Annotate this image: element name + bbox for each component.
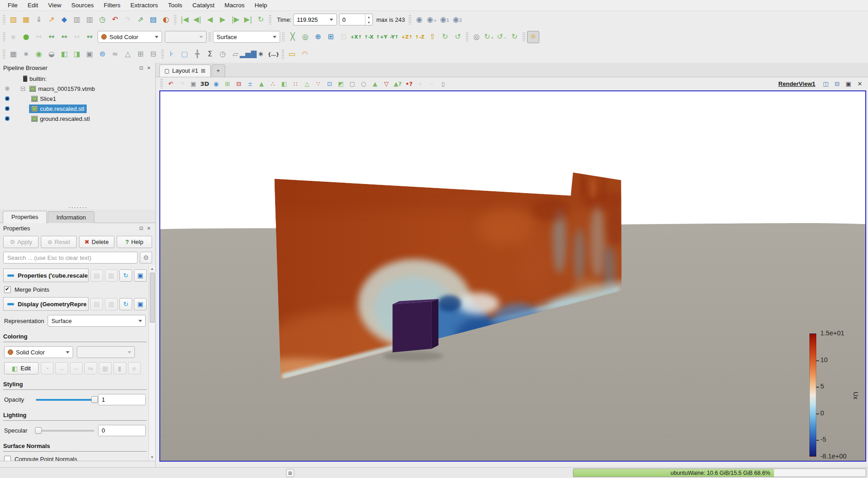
visibility-eye-icon[interactable] [3, 106, 11, 111]
reset-camera-rotation-icon[interactable]: ↻ [508, 31, 521, 43]
properties-section-header[interactable]: Properties ('cube.rescale [3, 269, 89, 282]
select-points-rect-icon[interactable]: ∴ [267, 78, 278, 89]
rescale-data-range-icon[interactable]: ↔ [55, 362, 68, 374]
show-scalar-bar-icon[interactable]: ▮ [113, 362, 126, 374]
cell-data-to-point-data-icon[interactable]: △ [122, 48, 134, 60]
center-axes-visibility-icon[interactable]: ◎ [470, 31, 483, 43]
apply-button[interactable]: ⚙Apply [3, 236, 39, 248]
show-color-legend-icon[interactable]: ▤ [147, 14, 159, 26]
status-widget-button[interactable]: ⊞ [286, 469, 294, 477]
visibility-eye-icon[interactable] [3, 116, 11, 121]
zoom-box-icon[interactable]: ◉ [211, 78, 222, 89]
previous-frame-button[interactable]: ◀| [191, 14, 203, 26]
choose-preset-icon[interactable]: ▦ [99, 362, 112, 374]
extract-block-icon[interactable]: ⊟ [147, 48, 159, 60]
opacity-slider[interactable] [36, 399, 94, 401]
restore-defaults-icon[interactable]: ↻ [119, 298, 132, 310]
camera-undo-icon[interactable]: ↶ [165, 78, 176, 89]
reset-camera-closest-icon[interactable]: ◎ [299, 31, 311, 43]
interactive-select-cells-icon[interactable]: ◩ [335, 78, 346, 89]
undock-panel-icon[interactable]: ⊡ [138, 225, 144, 231]
load-state-icon[interactable]: ⇗ [134, 14, 147, 26]
select-cells-polygon-icon[interactable]: △ [301, 78, 312, 89]
rotate-90-ccw-icon[interactable]: ↺ [452, 31, 464, 43]
camera-redo-icon[interactable]: ↷ [177, 78, 187, 89]
display-section-header[interactable]: Display (GeometryRepre [3, 297, 89, 311]
protractor-icon[interactable]: ◠ [299, 48, 311, 60]
tab-information[interactable]: Information [48, 211, 94, 223]
pipeline-item[interactable]: cube.rescaled.stl [0, 104, 155, 114]
split-horizontal-icon[interactable]: ◫ [820, 78, 831, 89]
menu-item[interactable]: Edit [23, 1, 43, 10]
select-cells-rect-icon[interactable]: ▲ [256, 78, 267, 89]
stream-tracer-icon[interactable]: ⊚ [96, 48, 108, 60]
select-points-through-icon[interactable]: ∷ [290, 78, 301, 89]
fullscreen-icon[interactable]: ↗ [45, 14, 58, 26]
menu-item[interactable]: View [43, 1, 66, 10]
view-minus-z-icon[interactable]: ↑-Z [414, 31, 426, 43]
view-plus-z-icon[interactable]: +Z↑ [401, 31, 413, 43]
color-map-editor-icon[interactable]: ● [20, 31, 32, 43]
paste-properties-icon[interactable]: ▥ [105, 269, 118, 282]
histogram-icon[interactable]: ▂▅▇ [242, 48, 254, 60]
zoom-closest-to-data-icon[interactable]: ⊞ [325, 31, 337, 43]
light-kit-toggle[interactable]: ☼ [527, 31, 539, 43]
rescale-visible-range-icon[interactable]: ↔ [71, 31, 83, 43]
specular-input[interactable] [98, 425, 146, 436]
slider-handle[interactable] [91, 396, 98, 403]
rotate-camera-cw-icon[interactable]: ↻₊ [483, 31, 495, 43]
threshold-icon[interactable]: ◨ [71, 48, 83, 60]
query-points-icon[interactable]: •? [404, 78, 414, 89]
pipeline-item[interactable]: macrs_0001579.vtmb [0, 84, 155, 94]
time-value-input[interactable] [297, 16, 324, 23]
close-tab-icon[interactable]: ⊠ [201, 68, 205, 74]
component-combo[interactable] [165, 31, 207, 43]
paste-properties-icon[interactable]: ▥ [105, 298, 118, 310]
save-screenshot-icon[interactable]: ⇓ [33, 14, 45, 26]
subtract-selection-icon[interactable]: − [426, 78, 437, 89]
delete-button[interactable]: ✖Delete [79, 236, 114, 248]
search-input[interactable] [3, 252, 138, 264]
redo-icon[interactable]: ↷ [122, 14, 134, 26]
render-viewport[interactable]: 1.5e+011050-5-8.1e+00 Ux [159, 90, 866, 462]
save-defaults-icon[interactable]: ▣ [134, 269, 147, 282]
rescale-data-range-icon[interactable]: ↔ [45, 31, 58, 43]
menu-item[interactable]: Help [250, 1, 272, 10]
tab-properties[interactable]: Properties [3, 211, 47, 223]
slice-icon[interactable]: ◒ [45, 48, 58, 60]
calculator-icon[interactable]: ▦ [7, 48, 20, 60]
search-settings-button[interactable]: ⚙ [140, 252, 152, 264]
save-data-icon[interactable]: ▦ [20, 14, 32, 26]
zoom-to-data-icon[interactable]: ⊕ [312, 31, 324, 43]
layout-tab[interactable]: ▢ Layout #1 ⊠ [159, 65, 211, 77]
loop-button[interactable]: ↻ [255, 14, 267, 26]
menu-item[interactable]: File [3, 1, 23, 10]
color-palette-icon[interactable]: ◐ [160, 14, 172, 26]
view-minus-y-icon[interactable]: -Y↑ [388, 31, 400, 43]
select-block-icon[interactable]: ⊡ [324, 78, 335, 89]
plot-data-over-time-icon[interactable]: ◷ [217, 48, 229, 60]
menu-item[interactable]: Tools [163, 1, 187, 10]
edit-color-map-button[interactable]: ◧ Edit [4, 362, 39, 374]
scroll-down-icon[interactable]: ▼ [150, 454, 154, 460]
split-vertical-icon[interactable]: ⊟ [832, 78, 843, 89]
capture-screenshot-icon[interactable]: ▣ [188, 78, 199, 89]
pipeline-item[interactable]: ground.rescaled.stl [0, 114, 155, 124]
clip-icon[interactable]: ◧ [58, 48, 70, 60]
group-datasets-icon[interactable]: ⊞ [134, 48, 147, 60]
compute-point-normals-checkbox[interactable] [4, 456, 11, 461]
rescale-visible-icon[interactable]: ⇔ [70, 362, 83, 374]
reset-session-icon[interactable]: ◷ [96, 14, 108, 26]
pipeline-item[interactable]: Slice1 [0, 94, 155, 104]
selection-remove-icon[interactable]: ⊟ [233, 78, 244, 89]
rescale-custom-range-icon[interactable]: ↔ [33, 31, 45, 43]
close-panel-icon[interactable]: ✕ [146, 65, 152, 71]
rescale-custom-icon[interactable]: ◔ [41, 362, 54, 374]
spin-down-icon[interactable]: ▼ [365, 20, 372, 25]
copy-properties-icon[interactable]: ▤ [90, 269, 103, 282]
undock-panel-icon[interactable]: ⊡ [138, 65, 144, 71]
camera-save-position-icon[interactable]: ◉₊ [426, 14, 438, 26]
reset-camera-icon[interactable]: ╳ [286, 31, 299, 43]
play-button[interactable]: ▶ [217, 14, 229, 26]
toggle-2d3d-icon[interactable]: 3D [199, 78, 210, 89]
